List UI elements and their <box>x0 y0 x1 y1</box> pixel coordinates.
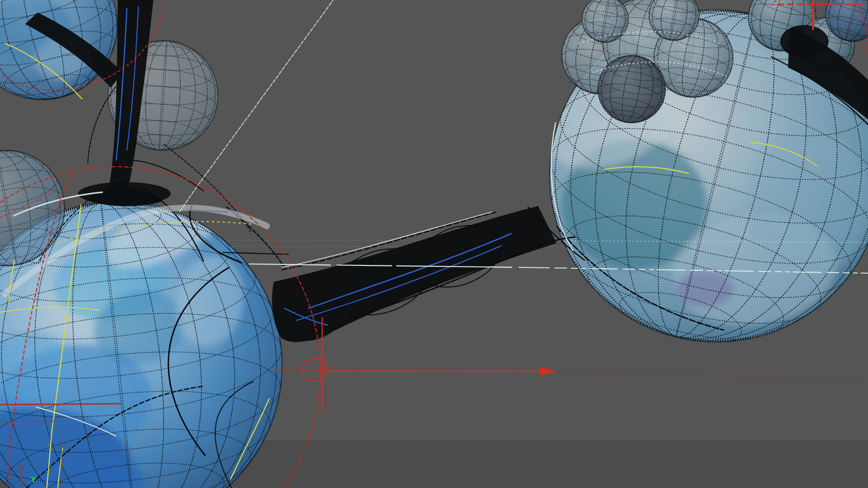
axis-tail-line <box>557 372 868 380</box>
viewport-3d[interactable]: Y <box>0 0 868 488</box>
gizmo-center-handle[interactable] <box>302 358 327 382</box>
axis-arrow-head[interactable] <box>540 367 557 375</box>
axis-arrow-shaft[interactable] <box>322 371 540 371</box>
scene-canvas: Y <box>0 0 868 488</box>
axis-y-label: Y <box>31 475 36 485</box>
x-axis-arrow-gizmo[interactable] <box>273 317 868 412</box>
